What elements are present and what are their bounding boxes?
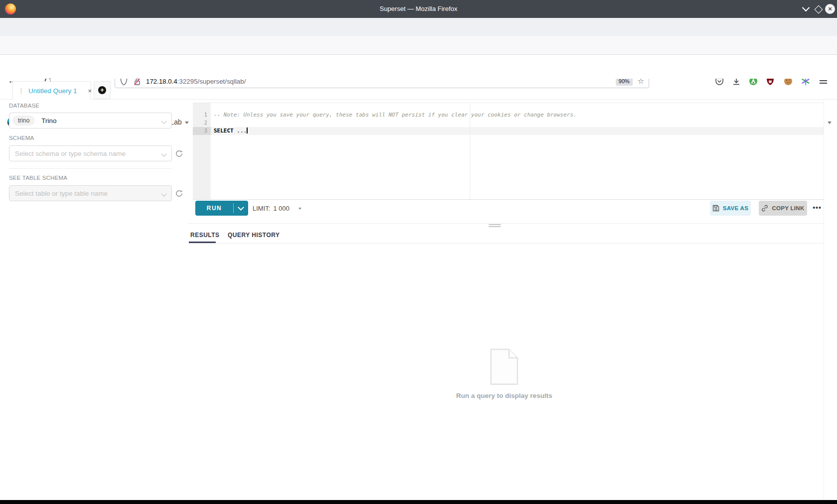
copy-link-button[interactable]: COPY LINK xyxy=(759,201,807,216)
chevron-down-icon xyxy=(161,151,166,156)
link-icon xyxy=(761,205,768,212)
sidebar-divider xyxy=(9,168,172,169)
more-actions-button[interactable]: ••• xyxy=(810,201,824,216)
superset-header: Superset Dashboards Charts SQL Lab Data … xyxy=(0,55,837,79)
window-title: Superset — Mozilla Firefox xyxy=(0,0,837,18)
tab-results[interactable]: RESULTS xyxy=(190,232,220,239)
refresh-icon xyxy=(175,149,183,158)
sql-keyword: SELECT xyxy=(214,127,234,134)
browser-tabbar: MinIO Console × Cluster Overview - Trino… xyxy=(0,18,837,36)
run-query-button[interactable]: RUN xyxy=(195,201,248,216)
plus-circle-icon: + xyxy=(98,86,106,94)
line-number-active: 3 xyxy=(193,127,211,135)
limit-dropdown[interactable]: LIMIT: 1 000 xyxy=(253,201,301,216)
query-tab-title: Untitled Query 1 xyxy=(28,87,77,95)
database-label: DATABASE xyxy=(9,103,39,109)
results-tabs-border xyxy=(188,243,824,244)
table-schema-label: SEE TABLE SCHEMA xyxy=(9,175,67,181)
window-close-icon[interactable]: × xyxy=(825,4,835,14)
browser-toolbar: ← → 172.18.0.4:32295/superset/sqllab/ 90… xyxy=(0,36,837,55)
pane-split-line xyxy=(188,223,824,224)
schema-select[interactable]: Select schema or type schema name xyxy=(9,145,172,161)
database-engine-tag: trino xyxy=(12,116,35,126)
table-placeholder: Select table or type table name xyxy=(15,190,108,197)
limit-value: 1 000 xyxy=(273,205,289,212)
refresh-icon xyxy=(175,189,183,198)
code-line: SELECT ... xyxy=(214,127,248,135)
active-line-highlight xyxy=(211,127,824,135)
save-as-label: SAVE AS xyxy=(723,205,748,211)
run-label[interactable]: RUN xyxy=(195,201,233,216)
database-select[interactable]: trino Trino xyxy=(9,113,172,128)
run-options-dropdown[interactable] xyxy=(234,201,248,216)
add-query-tab[interactable]: + xyxy=(94,81,111,99)
copy-link-label: COPY LINK xyxy=(772,205,804,211)
save-icon xyxy=(712,205,719,212)
window-titlebar: Superset — Mozilla Firefox × xyxy=(0,0,837,18)
sql-code-rest: ... xyxy=(234,127,247,134)
tab-query-history[interactable]: QUERY HISTORY xyxy=(228,232,280,239)
resize-handle[interactable] xyxy=(489,224,501,225)
limit-label: LIMIT: xyxy=(253,205,270,212)
table-select[interactable]: Select table or type table name xyxy=(9,185,172,201)
desktop-edge-bar xyxy=(0,500,837,504)
resize-handle[interactable] xyxy=(489,226,501,227)
schema-label: SCHEMA xyxy=(9,135,34,141)
code-comment-line: -- Note: Unless you save your query, the… xyxy=(214,111,576,119)
schema-placeholder: Select schema or type schema name xyxy=(15,150,126,157)
caret-down-icon xyxy=(828,122,832,124)
empty-document-icon xyxy=(490,349,518,385)
empty-results-message: Run a query to display results xyxy=(429,392,579,399)
chevron-down-icon xyxy=(161,191,166,196)
caret-down-icon xyxy=(185,122,189,124)
pane-right-border xyxy=(824,100,824,500)
chevron-down-icon xyxy=(161,118,166,124)
database-name: Trino xyxy=(41,117,56,125)
refresh-schemas-button[interactable] xyxy=(175,149,183,158)
save-as-button[interactable]: SAVE AS xyxy=(710,201,751,216)
query-tab-close-icon[interactable]: × xyxy=(88,87,92,95)
caret-down-icon xyxy=(298,208,301,210)
query-tabstrip-border xyxy=(0,99,837,100)
refresh-tables-button[interactable] xyxy=(175,189,183,198)
editor-gutter: 1 2 3 xyxy=(193,103,211,199)
chevron-down-icon xyxy=(238,204,244,211)
query-tab-active[interactable]: ⋮ Untitled Query 1 × xyxy=(12,81,91,100)
line-number: 1 xyxy=(193,111,207,119)
line-number: 2 xyxy=(193,119,207,127)
sql-editor[interactable]: 1 2 3 -- Note: Unless you save your quer… xyxy=(193,103,824,200)
text-cursor xyxy=(247,127,248,133)
drag-handle-icon[interactable]: ⋮ xyxy=(18,87,24,95)
